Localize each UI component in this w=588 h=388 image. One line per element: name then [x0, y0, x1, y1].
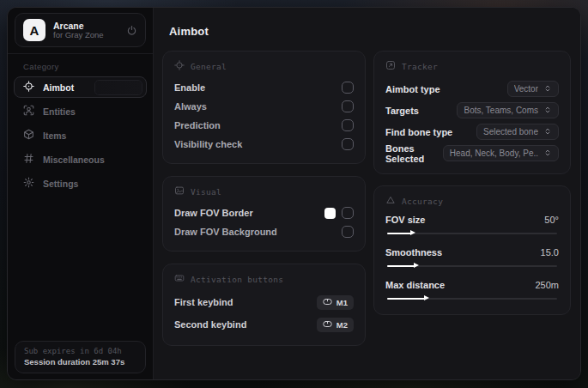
first-keybind-button[interactable]: M1 [317, 295, 354, 310]
mouse-icon [323, 298, 332, 307]
fov-size-value: 50° [544, 215, 559, 225]
setting-row-first-keybind: First keybind M1 [174, 291, 354, 313]
watermark-ghost [94, 80, 142, 95]
setting-row-fov-size: FOV size 50° [385, 213, 559, 238]
app-header: A Arcane for Gray Zone [15, 13, 146, 47]
sidebar-item-items[interactable]: Items [14, 124, 147, 146]
setting-row-visibility-check: Visibility check [174, 135, 354, 154]
sidebar-item-label: Entities [43, 106, 76, 117]
fov-size-slider[interactable] [385, 229, 559, 238]
sidebar-item-label: Items [43, 130, 66, 141]
targets-dropdown[interactable]: Bots, Teams, Coms [457, 102, 559, 118]
chevron-updown-icon [543, 106, 552, 116]
setting-row-prediction: Prediction [174, 116, 354, 135]
max-distance-value: 250m [535, 280, 559, 290]
visibility-check-checkbox[interactable] [342, 138, 354, 150]
bones-selected-dropdown[interactable]: Head, Neck, Body, Pe.. [443, 145, 559, 161]
find-bone-type-dropdown[interactable]: Selected bone [476, 124, 559, 140]
enable-checkbox[interactable] [342, 82, 354, 94]
sidebar-item-label: Settings [43, 179, 78, 189]
setting-row-max-distance: Max distance 250m [385, 278, 559, 303]
card-activation-header: Activation buttons [174, 273, 354, 285]
card-visual: Visual Draw FOV Border Draw FOV Backgrou… [162, 176, 366, 252]
category-label: Category [23, 62, 153, 71]
sidebar-item-label: Aimbot [43, 82, 74, 93]
keyboard-icon [174, 273, 185, 285]
fov-size-slider-fill[interactable] [387, 233, 411, 235]
sidebar-nav: Aimbot Entities [8, 76, 153, 194]
setting-row-draw-fov-border: Draw FOV Border [174, 203, 354, 222]
hash-icon [23, 153, 34, 166]
setting-row-find-bone-type: Find bone type Selected bone [385, 121, 559, 142]
sidebar-item-label: Miscellaneous [43, 155, 105, 165]
smoothness-slider-fill[interactable] [387, 265, 415, 268]
card-accuracy-header: Accuracy [385, 195, 559, 207]
app-name: Arcane [53, 21, 118, 31]
sidebar-item-aimbot[interactable]: Aimbot [14, 76, 147, 98]
draw-fov-border-checkbox[interactable] [342, 207, 354, 219]
app-logo: A [23, 19, 45, 41]
sidebar-item-miscellaneous[interactable]: Miscellaneous [14, 149, 147, 170]
draw-fov-background-checkbox[interactable] [342, 226, 354, 238]
card-visual-header: Visual [174, 185, 354, 197]
card-general-header: General [174, 60, 354, 72]
sidebar-divider [8, 53, 153, 54]
subscription-info: Sub expires in 6d 04h Session duration 2… [15, 341, 146, 373]
card-accuracy: Accuracy FOV size 50° [373, 185, 571, 315]
crosshair-icon [23, 81, 34, 94]
main-content: Aimbot General [154, 8, 580, 379]
sidebar-item-settings[interactable]: Settings [14, 173, 147, 194]
gear-icon [23, 177, 34, 190]
page-title: Aimbot [169, 25, 571, 38]
desktop-background: A Arcane for Gray Zone Category [0, 0, 588, 388]
chevron-updown-icon [543, 84, 552, 94]
sidebar: A Arcane for Gray Zone Category [8, 8, 154, 379]
smoothness-value: 15.0 [541, 247, 559, 258]
setting-row-smoothness: Smoothness 15.0 [385, 246, 559, 270]
app-subtitle: for Gray Zone [53, 31, 118, 40]
crosshair-icon [174, 60, 185, 72]
second-keybind-button[interactable]: M2 [317, 318, 354, 332]
box-icon [23, 129, 34, 142]
mouse-icon [323, 320, 332, 330]
triangle-icon [385, 195, 396, 207]
card-activation-buttons: Activation buttons First keybind M1 [162, 264, 366, 346]
setting-row-always: Always [174, 97, 354, 116]
chevron-updown-icon [543, 149, 552, 159]
entities-icon [23, 105, 34, 118]
sidebar-item-entities[interactable]: Entities [14, 100, 147, 122]
setting-row-second-keybind: Second keybind M2 [174, 313, 354, 336]
image-icon [174, 185, 185, 197]
sub-expiry-text: Sub expires in 6d 04h [24, 347, 136, 355]
aimbot-type-dropdown[interactable]: Vector [507, 81, 559, 97]
smoothness-slider[interactable] [385, 262, 559, 270]
max-distance-slider[interactable] [385, 294, 559, 303]
power-icon[interactable] [126, 25, 137, 36]
card-general: General Enable Always Prediction [162, 51, 366, 164]
card-tracker-header: Tracker [385, 60, 559, 72]
setting-row-aimbot-type: Aimbot type Vector [385, 78, 559, 100]
setting-row-targets: Targets Bots, Teams, Coms [385, 100, 559, 121]
setting-row-bones-selected: Bones Selected Head, Neck, Body, Pe.. [385, 142, 559, 164]
fov-border-color-swatch[interactable] [324, 208, 336, 219]
prediction-checkbox[interactable] [342, 119, 354, 131]
setting-row-enable: Enable [174, 78, 354, 97]
tracker-icon [385, 60, 396, 72]
always-checkbox[interactable] [342, 100, 354, 112]
session-duration-text: Session duration 25m 37s [24, 357, 136, 367]
max-distance-slider-fill[interactable] [387, 298, 425, 300]
chevron-updown-icon [543, 127, 552, 137]
app-title-block: Arcane for Gray Zone [53, 21, 118, 40]
card-tracker: Tracker Aimbot type Vector [373, 51, 571, 174]
arcane-menu-window: A Arcane for Gray Zone Category [7, 7, 581, 380]
setting-row-draw-fov-background: Draw FOV Background [174, 222, 354, 241]
